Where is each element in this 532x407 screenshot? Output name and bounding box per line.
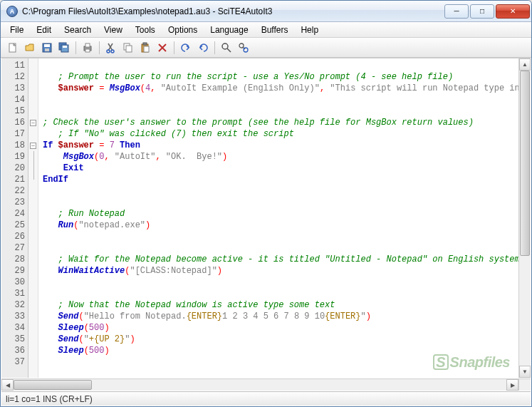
- replace-icon[interactable]: [236, 40, 251, 56]
- scroll-down-icon[interactable]: ▼: [519, 366, 531, 378]
- fold-cell[interactable]: [28, 288, 38, 299]
- fold-cell[interactable]: [28, 299, 38, 311]
- code-line[interactable]: $answer = MsgBox(4, "AutoIt Example (Eng…: [43, 83, 518, 94]
- fold-cell[interactable]: [28, 231, 38, 242]
- fold-cell[interactable]: [28, 71, 38, 83]
- editor-area: 1112131415161718192021222324252627282930…: [1, 58, 531, 378]
- undo-icon[interactable]: [178, 40, 194, 56]
- fold-cell[interactable]: [28, 334, 38, 345]
- code-line[interactable]: ; If "No" was clicked (7) then exit the …: [43, 128, 518, 140]
- code-line[interactable]: MsgBox(0, "AutoIt", "OK. Bye!"): [43, 151, 518, 163]
- menu-tools[interactable]: Tools: [129, 24, 162, 36]
- fold-cell[interactable]: [28, 242, 38, 254]
- cut-icon[interactable]: [103, 40, 119, 56]
- open-file-icon[interactable]: [22, 40, 38, 56]
- titlebar[interactable]: A C:\Program Files\AutoIt3\Examples\note…: [1, 1, 531, 22]
- code-line[interactable]: [43, 94, 518, 105]
- code-line[interactable]: EndIf: [43, 174, 518, 185]
- fold-cell[interactable]: [28, 163, 38, 174]
- code-line[interactable]: Exit: [43, 163, 518, 174]
- delete-icon[interactable]: [155, 40, 170, 56]
- code-line[interactable]: [43, 197, 518, 208]
- maximize-button[interactable]: □: [470, 4, 494, 19]
- horizontal-scrollbar[interactable]: ◀ ▶: [1, 378, 518, 391]
- code-line[interactable]: [43, 105, 518, 117]
- hscroll-thumb[interactable]: [14, 380, 92, 390]
- line-number-gutter[interactable]: 1112131415161718192021222324252627282930…: [1, 58, 28, 378]
- code-line[interactable]: If $answer = 7 Then: [43, 140, 518, 151]
- code-line[interactable]: [43, 185, 518, 197]
- code-line[interactable]: Send("+{UP 2}"): [43, 334, 518, 345]
- fold-cell[interactable]: [28, 197, 38, 208]
- code-line[interactable]: [43, 60, 518, 71]
- fold-cell[interactable]: [28, 345, 38, 356]
- line-number: 12: [1, 71, 25, 83]
- fold-cell[interactable]: [28, 105, 38, 117]
- fold-cell[interactable]: −: [28, 140, 38, 151]
- menu-search[interactable]: Search: [58, 24, 98, 36]
- code-line[interactable]: Run("notepad.exe"): [43, 220, 518, 231]
- fold-cell[interactable]: [28, 83, 38, 94]
- vertical-scrollbar[interactable]: ▲ ▼: [518, 58, 531, 378]
- code-line[interactable]: ; Wait for the Notepad become active - i…: [43, 254, 518, 265]
- menu-help[interactable]: Help: [294, 24, 325, 36]
- toolbar-separator: [174, 41, 174, 54]
- copy-icon[interactable]: [120, 40, 136, 56]
- fold-cell[interactable]: [28, 220, 38, 231]
- code-line[interactable]: [43, 356, 518, 368]
- close-button[interactable]: ✕: [496, 4, 530, 19]
- save-all-icon[interactable]: [56, 40, 72, 56]
- fold-cell[interactable]: [28, 174, 38, 185]
- fold-cell[interactable]: [28, 277, 38, 288]
- code-line[interactable]: Send("Hello from Notepad.{ENTER}1 2 3 4 …: [43, 311, 518, 322]
- fold-cell[interactable]: [28, 356, 38, 368]
- new-file-icon[interactable]: [5, 40, 21, 56]
- print-icon[interactable]: [80, 40, 95, 56]
- toolbar-separator: [75, 41, 76, 54]
- fold-cell[interactable]: −: [28, 117, 38, 128]
- code-line[interactable]: ; Prompt the user to run the script - us…: [43, 71, 518, 83]
- line-number: 16: [1, 117, 25, 128]
- fold-cell[interactable]: [28, 311, 38, 322]
- fold-margin[interactable]: −−: [28, 58, 38, 378]
- fold-cell[interactable]: [28, 151, 38, 163]
- code-line[interactable]: Sleep(500): [43, 322, 518, 334]
- scroll-right-icon[interactable]: ▶: [506, 379, 518, 391]
- code-line[interactable]: [43, 277, 518, 288]
- minimize-button[interactable]: ─: [444, 4, 469, 19]
- fold-cell[interactable]: [28, 265, 38, 277]
- menu-file[interactable]: File: [4, 24, 30, 36]
- code-line[interactable]: ; Run Notepad: [43, 208, 518, 220]
- fold-cell[interactable]: [28, 94, 38, 105]
- code-line[interactable]: Sleep(500): [43, 345, 518, 356]
- scroll-up-icon[interactable]: ▲: [519, 58, 531, 71]
- paste-icon[interactable]: [137, 40, 153, 56]
- line-number: 23: [1, 197, 25, 208]
- line-number: 27: [1, 242, 25, 254]
- code-editor[interactable]: ; Prompt the user to run the script - us…: [38, 58, 518, 378]
- code-line[interactable]: [43, 242, 518, 254]
- vscroll-thumb[interactable]: [520, 71, 530, 256]
- toolbar-separator: [214, 41, 215, 54]
- fold-cell[interactable]: [28, 185, 38, 197]
- code-line[interactable]: [43, 288, 518, 299]
- find-icon[interactable]: [219, 40, 234, 56]
- menu-options[interactable]: Options: [162, 24, 204, 36]
- code-line[interactable]: [43, 231, 518, 242]
- menu-edit[interactable]: Edit: [30, 24, 58, 36]
- code-line[interactable]: WinWaitActive("[CLASS:Notepad]"): [43, 265, 518, 277]
- code-line[interactable]: ; Check the user's answer to the prompt …: [43, 117, 518, 128]
- code-line[interactable]: ; Now that the Notepad window is active …: [43, 299, 518, 311]
- fold-cell[interactable]: [28, 208, 38, 220]
- menu-language[interactable]: Language: [204, 24, 254, 36]
- save-icon[interactable]: [39, 40, 55, 56]
- fold-cell[interactable]: [28, 128, 38, 140]
- fold-cell[interactable]: [28, 60, 38, 71]
- scroll-left-icon[interactable]: ◀: [1, 379, 14, 391]
- menu-buffers[interactable]: Buffers: [255, 24, 295, 36]
- svg-rect-16: [144, 46, 149, 52]
- fold-cell[interactable]: [28, 254, 38, 265]
- fold-cell[interactable]: [28, 322, 38, 334]
- menu-view[interactable]: View: [98, 24, 129, 36]
- redo-icon[interactable]: [195, 40, 211, 56]
